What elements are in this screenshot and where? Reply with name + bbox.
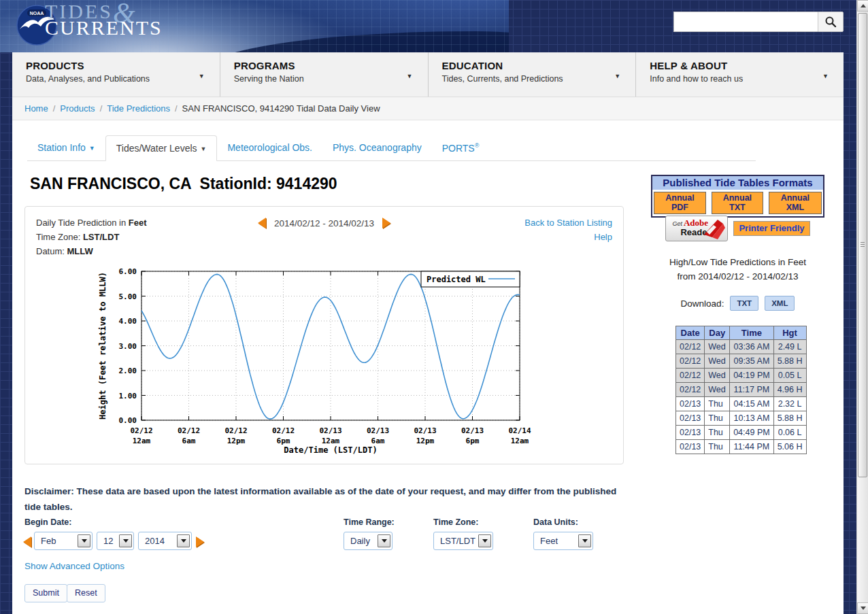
breadcrumb-separator: / (53, 103, 56, 114)
download-txt-button[interactable]: TXT (730, 296, 758, 311)
table-row: 02/13Thu04:49 PM0.06 L (676, 426, 807, 440)
dropdown-arrow-icon[interactable] (378, 534, 390, 547)
scrollbar-thumb[interactable] (858, 13, 867, 477)
search-button[interactable] (818, 12, 844, 32)
printer-friendly-button[interactable]: Printer Friendly (733, 221, 809, 236)
download-row: Download: TXTXML (651, 296, 824, 311)
svg-text:12pm: 12pm (416, 437, 435, 445)
scroll-down-icon (861, 607, 866, 610)
page-title: SAN FRANCISCO, CA StationId: 9414290 (30, 175, 337, 193)
next-day-arrow[interactable] (196, 536, 204, 547)
tab-ports[interactable]: PORTS® (432, 135, 490, 161)
svg-text:4.00: 4.00 (119, 317, 137, 326)
svg-text:Predicted WL: Predicted WL (427, 275, 486, 284)
main-nav: PRODUCTSData, Analyses, and Publications… (12, 52, 844, 97)
search-input[interactable] (673, 12, 818, 32)
previous-date-arrow[interactable] (258, 218, 266, 228)
annual-txt-button[interactable]: Annual TXT (712, 192, 763, 214)
tab-station-info[interactable]: Station Info▼ (27, 135, 105, 161)
previous-day-arrow[interactable] (23, 536, 31, 547)
time-range-select[interactable]: Daily (344, 532, 393, 550)
reset-button[interactable]: Reset (67, 584, 105, 602)
svg-text:12am: 12am (133, 437, 151, 445)
data-units-label: Data Units: (533, 517, 578, 527)
nav-item-education[interactable]: EDUCATIONTides, Currents, and Prediction… (429, 52, 637, 97)
dropdown-arrow-icon[interactable] (78, 534, 90, 547)
svg-text:02/14: 02/14 (508, 426, 531, 435)
back-to-station-listing-link[interactable]: Back to Station Listing (524, 216, 612, 230)
site-logo[interactable]: TIDES& CURRENTS (45, 1, 163, 38)
table-row: 02/13Thu11:44 PM5.06 H (676, 440, 807, 454)
tab-phys-oceanography[interactable]: Phys. Oceanography (322, 135, 432, 161)
svg-text:02/13: 02/13 (414, 426, 436, 435)
nav-item-help-about[interactable]: HELP & ABOUTInfo and how to reach us▼ (636, 52, 844, 97)
begin-month-select[interactable]: Feb (34, 532, 93, 550)
dropdown-arrow-icon[interactable] (119, 534, 132, 547)
begin-date-label: Begin Date: (24, 517, 71, 527)
annual-xml-button[interactable]: Annual XML (769, 192, 822, 214)
dropdown-arrow-icon[interactable] (177, 534, 190, 547)
svg-text:02/13: 02/13 (461, 426, 484, 435)
annual-pdf-button[interactable]: Annual PDF (654, 192, 706, 214)
breadcrumb-separator: / (175, 103, 178, 114)
station-tabs: Station Info▼Tides/Water Levels▼Meteorol… (27, 135, 756, 161)
show-advanced-options-link[interactable]: Show Advanced Options (24, 561, 124, 571)
breadcrumb-separator: / (100, 103, 103, 114)
tab-meteorological-obs[interactable]: Meteorological Obs. (217, 135, 322, 161)
dropdown-arrow-icon[interactable] (478, 534, 491, 547)
table-row: 02/13Thu10:13 AM5.88 H (676, 411, 807, 426)
svg-text:3.00: 3.00 (119, 342, 137, 351)
tide-table-head: DateDayTimeHgt (676, 326, 807, 340)
chevron-down-icon: ▼ (89, 145, 95, 152)
tide-table: DateDayTimeHgt 02/12Wed03:36 AM2.49 L02/… (675, 326, 807, 454)
begin-day-select[interactable]: 12 (97, 532, 134, 550)
svg-text:6am: 6am (371, 437, 385, 445)
svg-text:02/12: 02/12 (130, 426, 152, 435)
download-xml-button[interactable]: XML (765, 296, 795, 311)
svg-text:6pm: 6pm (277, 437, 290, 445)
breadcrumb-link-home[interactable]: Home (24, 103, 48, 114)
chevron-down-icon: ▼ (407, 73, 413, 80)
svg-text:1.00: 1.00 (119, 392, 137, 400)
submit-button[interactable]: Submit (24, 584, 67, 602)
nav-item-products[interactable]: PRODUCTSData, Analyses, and Publications… (12, 52, 220, 97)
adobe-swoosh-icon (703, 218, 726, 240)
panel-links: Back to Station Listing Help (524, 216, 612, 244)
published-tide-tables-title[interactable]: Published Tide Tables Formats (652, 176, 823, 190)
published-format-buttons: Annual PDFAnnual TXTAnnual XML (652, 190, 823, 216)
highlow-caption: High/Low Tide Predictions in Feet from 2… (651, 255, 824, 284)
download-buttons: TXTXML (730, 296, 795, 311)
svg-text:02/12: 02/12 (178, 426, 200, 435)
breadcrumb-current: SAN FRANCISCO, 9414290 Tidal Data Daily … (182, 103, 380, 114)
scroll-up-button[interactable] (857, 0, 868, 12)
svg-text:02/13: 02/13 (319, 426, 341, 435)
tide-prediction-panel: Daily Tide Prediction in Feet Time Zone:… (24, 206, 624, 464)
data-units-select[interactable]: Feet (533, 532, 593, 550)
dropdown-arrow-icon[interactable] (578, 534, 591, 547)
download-label: Download: (681, 299, 724, 309)
noaa-logo-text: NOAA (30, 11, 44, 16)
nav-item-programs[interactable]: PROGRAMSServing the Nation▼ (220, 52, 429, 97)
table-row: 02/12Wed11:17 PM4.96 H (676, 383, 807, 397)
get-adobe-reader-badge[interactable]: GetAdobe Reader (665, 216, 728, 241)
help-link[interactable]: Help (524, 230, 612, 244)
table-row: 02/13Thu04:15 AM2.32 L (676, 397, 807, 411)
svg-text:2.00: 2.00 (119, 366, 137, 375)
svg-text:02/13: 02/13 (367, 426, 389, 435)
col-day: Day (705, 326, 730, 340)
tide-table-body: 02/12Wed03:36 AM2.49 L02/12Wed09:35 AM5.… (676, 340, 807, 454)
tab-tides-water-levels[interactable]: Tides/Water Levels▼ (105, 135, 218, 161)
chevron-down-icon: ▼ (199, 73, 205, 80)
breadcrumb-link-products[interactable]: Products (60, 103, 95, 114)
search-icon (824, 16, 837, 28)
scroll-down-button[interactable] (857, 602, 868, 614)
begin-year-select[interactable]: 2014 (138, 532, 192, 550)
highlow-line1: High/Low Tide Predictions in Feet (651, 255, 824, 269)
next-date-arrow[interactable] (382, 218, 390, 228)
col-date: Date (676, 326, 705, 340)
svg-text:6pm: 6pm (466, 437, 480, 445)
tide-table-header-row: DateDayTimeHgt (676, 326, 807, 340)
breadcrumb-link-tide-predictions[interactable]: Tide Predictions (107, 103, 170, 114)
time-zone-select[interactable]: LST/LDT (433, 532, 493, 550)
page-scrollbar[interactable] (856, 0, 868, 614)
